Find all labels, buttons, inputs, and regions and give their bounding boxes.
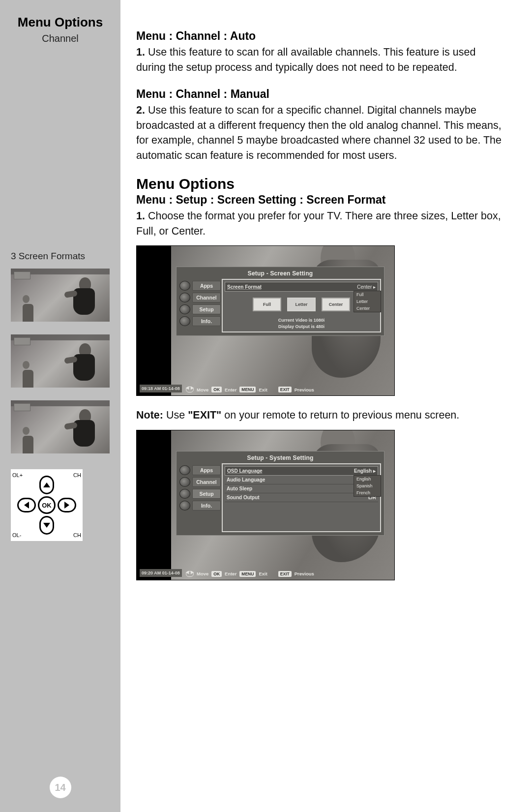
- apps-icon: [179, 465, 190, 475]
- format-dropdown[interactable]: Full Letter Center: [354, 291, 381, 312]
- screenshot-screen-setting: Setup - Screen Setting Apps Channel Setu…: [136, 245, 395, 396]
- option-center[interactable]: Center: [322, 298, 350, 311]
- channel-icon: [179, 293, 190, 302]
- ok-key-icon: OK: [211, 571, 222, 577]
- osd-panel: Screen Format Center ▸ Full Letter Cente…: [222, 279, 381, 332]
- osd-panel-2: OSD LanguageEnglish ▸ Audio LanguageEngl…: [222, 463, 381, 532]
- thumb-center: [11, 400, 110, 453]
- dpad-right-icon: [58, 498, 76, 512]
- osd-system-setting: Setup - System Setting Apps Channel Setu…: [176, 451, 384, 536]
- info-icon: [179, 316, 190, 326]
- nav-setup[interactable]: Setup: [192, 304, 221, 314]
- osd-nav: Apps Channel Setup Info.: [177, 279, 221, 335]
- thumb-letterbox: [11, 269, 110, 322]
- nav-info[interactable]: Info.: [192, 316, 221, 326]
- option-full[interactable]: Full: [253, 298, 281, 311]
- paragraph-manual: 2. Use this feature to scan for a specif…: [136, 103, 502, 163]
- menu-key-icon: MENU: [239, 387, 256, 392]
- nav-channel[interactable]: Channel: [192, 293, 221, 302]
- video-info-1: Current Video is 1080i: [225, 317, 378, 324]
- channel-icon: [179, 477, 190, 487]
- breadcrumb-auto: Menu : Channel : Auto: [136, 30, 502, 43]
- move-arrows-icon: [186, 571, 194, 577]
- osd-title: Setup - Screen Setting: [177, 267, 384, 279]
- nav-setup-2[interactable]: Setup: [192, 489, 221, 499]
- dpad-down-icon: [39, 516, 54, 535]
- remote-dpad: OL+ OL- CH CH OK: [11, 469, 83, 541]
- exit-key-icon: EXIT: [278, 387, 292, 392]
- hint-bar: Move OK Enter MENU Exit EXIT Previous: [186, 387, 314, 392]
- nav-info-2[interactable]: Info.: [192, 501, 221, 511]
- timestamp: 09:18 AM 01-14-08: [140, 385, 182, 392]
- breadcrumb-manual: Menu : Channel : Manual: [136, 88, 502, 101]
- main-content: Menu : Channel : Auto 1. Use this featur…: [120, 0, 531, 812]
- nav-channel-2[interactable]: Channel: [192, 477, 221, 487]
- info-icon: [179, 501, 190, 511]
- option-letter[interactable]: Letter: [287, 298, 316, 311]
- nav-apps[interactable]: Apps: [192, 281, 221, 291]
- setup-icon: [179, 489, 190, 499]
- move-arrows-icon: [186, 387, 194, 392]
- dpad-up-icon: [39, 476, 54, 494]
- sidebar-subtitle: Channel: [11, 33, 110, 44]
- video-info-2: Display Output is 480i: [225, 324, 378, 330]
- thumb-full: [11, 334, 110, 388]
- apps-icon: [179, 281, 190, 291]
- screenshot-system-setting: Setup - System Setting Apps Channel Setu…: [136, 430, 395, 580]
- ok-button-icon: OK: [38, 496, 56, 514]
- screen-format-row[interactable]: Screen Format Center ▸: [225, 282, 378, 292]
- language-dropdown[interactable]: English Spanish French: [354, 475, 381, 497]
- osd-nav-2: Apps Channel Setup Info.: [177, 463, 221, 535]
- page-number: 14: [50, 777, 71, 798]
- osd-language-row[interactable]: OSD LanguageEnglish ▸: [225, 466, 378, 476]
- osd-screen-setting: Setup - Screen Setting Apps Channel Setu…: [176, 267, 384, 336]
- menu-key-icon: MENU: [239, 571, 256, 577]
- timestamp-2: 09:20 AM 01-14-08: [140, 569, 182, 577]
- section-heading: Menu Options: [136, 176, 502, 192]
- note-text: Note: Use "EXIT" on your remote to retur…: [136, 408, 502, 423]
- ok-key-icon: OK: [211, 387, 222, 392]
- paragraph-screenformat: 1. Choose the format you prefer for your…: [136, 209, 502, 239]
- exit-key-icon: EXIT: [278, 571, 292, 577]
- osd-title-2: Setup - System Setting: [177, 451, 384, 463]
- setup-icon: [179, 304, 190, 314]
- sidebar: Menu Options Channel 3 Screen Formats OL…: [0, 0, 120, 812]
- hint-bar-2: Move OK Enter MENU Exit EXIT Previous: [186, 571, 314, 577]
- sidebar-title: Menu Options: [11, 15, 110, 30]
- nav-apps-2[interactable]: Apps: [192, 465, 221, 475]
- paragraph-auto: 1. Use this feature to scan for all avai…: [136, 45, 502, 75]
- screen-formats-label: 3 Screen Formats: [11, 251, 110, 262]
- breadcrumb-screenformat: Menu : Setup : Screen Setting : Screen F…: [136, 193, 502, 207]
- dpad-left-icon: [17, 498, 36, 512]
